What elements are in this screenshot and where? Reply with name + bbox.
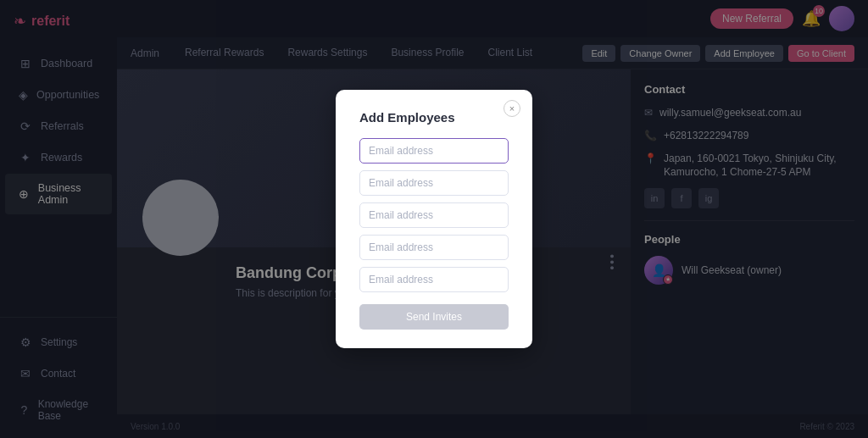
email-input-5[interactable]	[359, 267, 509, 292]
email-input-2[interactable]	[359, 170, 509, 196]
modal-title: Add Employees	[359, 110, 509, 125]
modal-close-button[interactable]: ×	[504, 100, 520, 117]
email-input-3[interactable]	[359, 202, 509, 228]
send-invites-button[interactable]: Send Invites	[359, 304, 509, 330]
add-employees-modal: Add Employees × Send Invites	[336, 90, 532, 348]
email-input-1[interactable]	[359, 138, 509, 164]
modal-overlay: Add Employees × Send Invites	[0, 0, 868, 438]
email-input-4[interactable]	[359, 235, 509, 260]
